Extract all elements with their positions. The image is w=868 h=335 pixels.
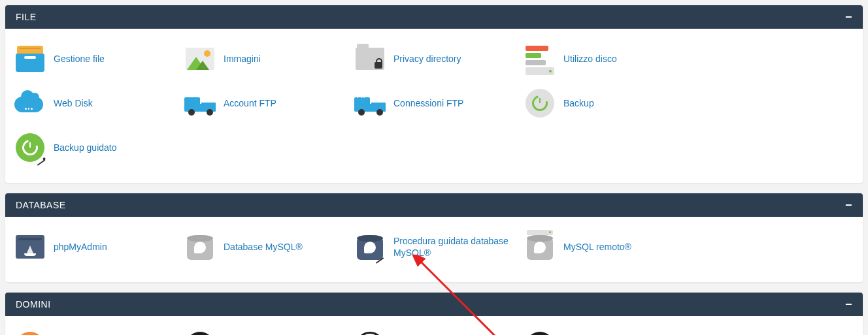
item-label: Procedura guidata database MySQL® <box>393 235 519 259</box>
collapse-icon[interactable]: − <box>845 200 852 210</box>
disk-usage-icon <box>524 43 556 74</box>
file-box-icon <box>14 43 46 74</box>
panel-domini: DOMINI − Pubblicazione siti .com+ Domini… <box>5 293 863 335</box>
item-label: Gestione file <box>54 53 105 65</box>
panel-file: FILE − Gestione file Immagini Privacy di… <box>5 5 863 183</box>
database-remote-icon <box>524 231 556 263</box>
panel-title: DATABASE <box>16 200 66 210</box>
cloud-icon <box>14 88 46 119</box>
item-subdomains[interactable]: sub. Sottodomini <box>354 330 519 335</box>
panel-header-file[interactable]: FILE − <box>5 5 863 29</box>
item-label: Database MySQL® <box>224 241 303 253</box>
collapse-icon[interactable]: − <box>845 300 852 309</box>
item-mysql-wizard[interactable]: Procedura guidata database MySQL® <box>354 231 519 263</box>
item-aliases[interactable]: .com= Alias <box>524 330 689 335</box>
item-privacy-directory[interactable]: Privacy directory <box>354 43 519 74</box>
lightning-icon <box>14 330 46 335</box>
item-label: Account FTP <box>224 97 276 109</box>
panel-body-database: phpMyAdmin Database MySQL® Procedura gui… <box>5 217 863 282</box>
item-mysql-databases[interactable]: Database MySQL® <box>184 231 349 263</box>
item-label: Backup guidato <box>54 142 117 153</box>
panel-header-database[interactable]: DATABASE − <box>5 193 863 217</box>
item-images[interactable]: Immagini <box>184 43 349 74</box>
database-wizard-icon <box>354 231 386 263</box>
ftp-truck-icon <box>184 88 216 119</box>
backup-icon <box>524 88 556 119</box>
item-file-manager[interactable]: Gestione file <box>14 43 179 74</box>
item-backup[interactable]: Backup <box>524 88 689 119</box>
ftp-truck-icon: FTP <box>354 88 386 119</box>
item-label: Immagini <box>224 53 261 65</box>
item-ftp-accounts[interactable]: Account FTP <box>184 88 349 119</box>
item-disk-usage[interactable]: Utilizzo disco <box>524 43 689 74</box>
item-label: Backup <box>563 97 594 109</box>
item-label: Connessioni FTP <box>393 97 463 109</box>
panel-title: FILE <box>16 12 37 22</box>
item-label: Web Disk <box>54 97 93 109</box>
folder-lock-icon <box>354 43 386 74</box>
item-label: MySQL remoto® <box>563 241 631 253</box>
item-backup-wizard[interactable]: Backup guidato <box>14 132 179 163</box>
backup-wizard-icon <box>14 132 46 163</box>
collapse-icon[interactable]: − <box>845 12 852 22</box>
dotcom-plus-icon: .com+ <box>184 330 216 335</box>
panel-body-domini: Pubblicazione siti .com+ Domini aggiunti… <box>5 316 863 335</box>
item-mysql-remote[interactable]: MySQL remoto® <box>524 231 689 263</box>
item-label: Utilizzo disco <box>563 53 617 65</box>
item-ftp-connections[interactable]: FTP Connessioni FTP <box>354 88 519 119</box>
database-icon <box>184 231 216 263</box>
item-addon-domains[interactable]: .com+ Domini aggiuntivi <box>184 330 349 335</box>
panel-title: DOMINI <box>16 299 51 310</box>
sub-icon: sub. <box>354 330 386 335</box>
item-label: phpMyAdmin <box>54 241 107 253</box>
panel-header-domini[interactable]: DOMINI − <box>5 293 863 316</box>
phpmyadmin-icon <box>14 231 46 263</box>
item-web-disk[interactable]: Web Disk <box>14 88 179 119</box>
image-icon <box>184 43 216 74</box>
panel-body-file: Gestione file Immagini Privacy directory… <box>5 29 863 183</box>
item-phpmyadmin[interactable]: phpMyAdmin <box>14 231 179 263</box>
item-label: Privacy directory <box>393 53 461 65</box>
dotcom-alias-icon: .com= <box>524 330 556 335</box>
item-site-publisher[interactable]: Pubblicazione siti <box>14 330 179 335</box>
panel-database: DATABASE − phpMyAdmin Database MySQL® Pr… <box>5 193 863 282</box>
